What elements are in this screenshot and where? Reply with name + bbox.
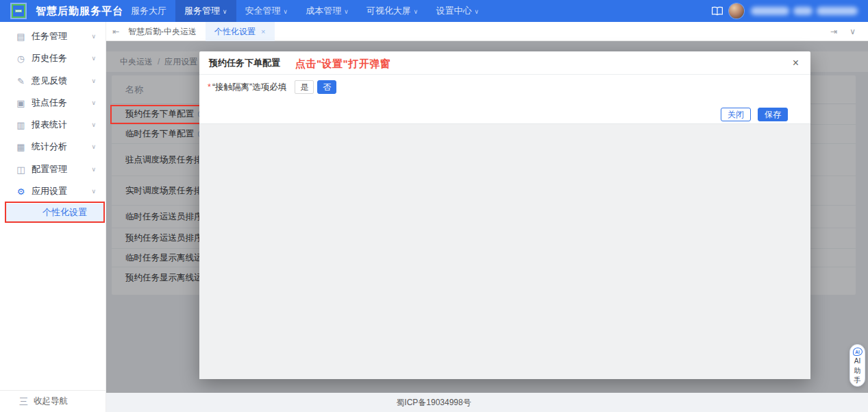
sidebar-item-station-tasks[interactable]: ▣驻点任务∨ <box>0 92 106 114</box>
tab-menu-chevron-icon[interactable]: ∨ <box>850 27 856 36</box>
config-icon: ◫ <box>15 165 27 175</box>
footer: 蜀ICP备19034998号 <box>106 393 868 412</box>
topnav-service-hall[interactable]: 服务大厅 <box>122 0 175 22</box>
manual-book-icon[interactable] <box>711 6 723 19</box>
tab-scroll-left-icon[interactable]: ⇤ <box>112 27 119 36</box>
user-avatar[interactable] <box>729 3 744 19</box>
close-dialog-icon[interactable]: × <box>793 51 799 75</box>
app-window: 智慧后勤服务平台 服务大厅 服务管理∨ 安全管理∨ 成本管理∨ 可视化大屏∨ 设… <box>0 0 868 412</box>
sidebar-item-report-statistics[interactable]: ▥报表统计∨ <box>0 114 106 136</box>
dialog-body <box>199 123 810 379</box>
topnav-service-management[interactable]: 服务管理∨ <box>175 0 236 22</box>
tab-scroll-right-icon[interactable]: ⇥ <box>830 27 837 36</box>
sidebar-item-application-settings[interactable]: ⚙应用设置∨ <box>0 180 106 202</box>
tasks-icon: ▤ <box>15 32 27 42</box>
sidebar-item-history-tasks[interactable]: ◷历史任务∨ <box>0 47 106 69</box>
gear-icon: ⚙ <box>15 186 27 197</box>
collapse-navigation-button[interactable]: 三 收起导航 <box>0 390 106 412</box>
required-mark: * <box>208 82 211 92</box>
topbar: 智慧后勤服务平台 服务大厅 服务管理∨ 安全管理∨ 成本管理∨ 可视化大屏∨ 设… <box>0 0 868 22</box>
option-yes-button[interactable]: 是 <box>295 80 314 94</box>
chevron-down-icon: ∨ <box>344 8 349 15</box>
chevron-down-icon: ∨ <box>414 8 419 15</box>
sidebar-item-configuration-management[interactable]: ◫配置管理∨ <box>0 158 106 180</box>
dialog-form-row: * “接触隔离”选项必填 是 否 <box>208 80 336 94</box>
sidebar-item-statistical-analysis[interactable]: ▦统计分析∨ <box>0 136 106 158</box>
station-icon: ▣ <box>15 98 27 108</box>
icp-license-text: 蜀ICP备19034998号 <box>396 393 471 412</box>
chevron-down-icon: ∨ <box>91 166 96 173</box>
chevron-down-icon: ∨ <box>91 143 96 150</box>
sidebar-item-task-management[interactable]: ▤任务管理∨ <box>0 25 106 47</box>
ai-assistant-button[interactable]: AI AI 助 手 <box>850 344 865 387</box>
topnav-security-management[interactable]: 安全管理∨ <box>236 0 297 22</box>
close-tab-icon[interactable]: × <box>261 27 265 36</box>
chevron-down-icon: ∨ <box>91 55 96 62</box>
chevron-down-icon: ∨ <box>91 99 96 106</box>
history-icon: ◷ <box>15 53 27 64</box>
topnav-visual-dashboard[interactable]: 可视化大屏∨ <box>358 0 427 22</box>
chevron-down-icon: ∨ <box>91 188 96 195</box>
analysis-icon: ▦ <box>15 142 27 152</box>
sidebar: ▤任务管理∨ ◷历史任务∨ ✎意见反馈∨ ▣驻点任务∨ ▥报表统计∨ ▦统计分析… <box>0 22 106 390</box>
sidebar-subitem-personalization-settings[interactable]: 个性化设置 <box>5 204 104 221</box>
tab-central-transport[interactable]: 智慧后勤-中央运送 <box>119 22 206 41</box>
content-area: ⇤ 智慧后勤-中央运送 个性化设置× ⇥ ∨ 中央运送/应用设置/个性化设置 名… <box>106 22 868 412</box>
tab-bar: ⇤ 智慧后勤-中央运送 个性化设置× ⇥ ∨ <box>106 22 868 41</box>
user-name-redacted[interactable] <box>751 6 862 16</box>
dialog-title: 预约任务下单配置 <box>209 51 280 75</box>
sidebar-item-feedback[interactable]: ✎意见反馈∨ <box>0 70 106 92</box>
app-title: 智慧后勤服务平台 <box>36 0 123 22</box>
reservation-task-config-dialog: 预约任务下单配置 点击"设置"打开弹窗 × * “接触隔离”选项必填 是 否 关… <box>199 51 810 379</box>
collapse-nav-icon: 三 <box>19 396 28 408</box>
save-button[interactable]: 保存 <box>758 108 788 121</box>
chevron-down-icon: ∨ <box>284 8 288 15</box>
chevron-down-icon: ∨ <box>474 8 479 15</box>
ai-chat-bubble-icon: AI <box>853 348 863 356</box>
feedback-icon: ✎ <box>15 76 27 86</box>
chevron-down-icon: ∨ <box>91 33 96 40</box>
field-label: “接触隔离”选项必填 <box>212 82 286 93</box>
app-logo-icon <box>12 4 25 18</box>
chevron-down-icon: ∨ <box>91 121 96 128</box>
close-button[interactable]: 关闭 <box>721 108 751 121</box>
topnav-settings-center[interactable]: 设置中心∨ <box>427 0 488 22</box>
top-navigation: 服务大厅 服务管理∨ 安全管理∨ 成本管理∨ 可视化大屏∨ 设置中心∨ <box>122 0 488 22</box>
topnav-cost-management[interactable]: 成本管理∨ <box>297 0 358 22</box>
annotation-text: 点击"设置"打开弹窗 <box>295 51 390 76</box>
option-no-button[interactable]: 否 <box>317 80 336 94</box>
report-icon: ▥ <box>15 120 27 130</box>
chevron-down-icon: ∨ <box>223 8 227 15</box>
tab-personalization-settings[interactable]: 个性化设置× <box>206 22 274 41</box>
chevron-down-icon: ∨ <box>91 77 96 84</box>
